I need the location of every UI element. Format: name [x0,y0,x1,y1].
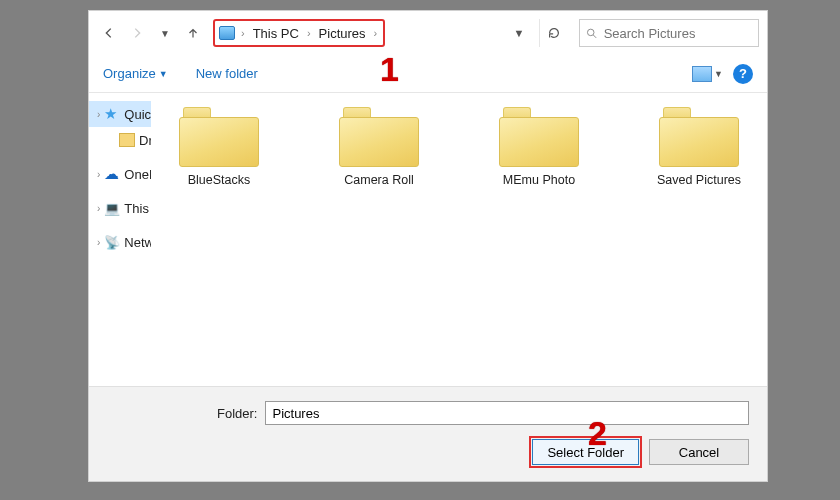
help-button[interactable]: ? [733,64,753,84]
svg-point-0 [587,29,594,36]
folder-icon [499,107,579,167]
folder-label: MEmu Photo [503,173,575,187]
folder-field-row: Folder: [107,401,749,425]
folder-icon [659,107,739,167]
sidebar-item-label: Quick access [124,107,151,122]
sidebar-item-dropbox[interactable]: Dropbox [89,127,151,153]
up-button[interactable] [181,21,205,45]
svg-line-1 [593,34,596,37]
address-bar: ▼ › This PC › Pictures › ▼ [89,11,767,55]
sidebar-item-label: OneDrive - Perso [124,167,151,182]
dialog-body: › ★ Quick access Dropbox › ☁ OneDrive - … [89,93,767,386]
toolbar: Organize ▼ New folder ▼ ? [89,55,767,93]
network-icon: 📡 [104,235,120,249]
chevron-right-icon: › [372,27,380,39]
sidebar-item-network[interactable]: › 📡 Network [89,229,151,255]
folder-label: BlueStacks [188,173,251,187]
organize-button[interactable]: Organize ▼ [103,66,168,81]
folder-label: Saved Pictures [657,173,741,187]
folder-item-saved-pictures[interactable]: Saved Pictures [639,107,759,187]
navigation-pane: › ★ Quick access Dropbox › ☁ OneDrive - … [89,93,151,386]
folder-label: Camera Roll [344,173,413,187]
folder-item-memu-photo[interactable]: MEmu Photo [479,107,599,187]
chevron-right-icon: › [305,27,313,39]
search-box[interactable] [579,19,759,47]
monitor-icon: 💻 [104,201,120,215]
folder-input[interactable] [265,401,749,425]
sidebar-item-quick-access[interactable]: › ★ Quick access [89,101,151,127]
cloud-icon: ☁ [104,167,120,181]
cancel-button[interactable]: Cancel [649,439,749,465]
sidebar-item-label: Dropbox [139,133,151,148]
back-button[interactable] [97,21,121,45]
folder-item-bluestacks[interactable]: BlueStacks [159,107,279,187]
caret-down-icon: ▼ [159,69,168,79]
view-button[interactable]: ▼ [692,66,723,82]
search-input[interactable] [604,26,752,41]
chevron-right-icon: › [97,169,100,180]
chevron-right-icon: › [239,27,247,39]
folder-icon [179,107,259,167]
forward-button[interactable] [125,21,149,45]
folder-list: BlueStacks Camera Roll MEmu Photo Saved … [151,93,767,386]
annotation-marker-1: 1 [380,50,399,89]
organize-label: Organize [103,66,156,81]
dropbox-icon [119,133,135,147]
button-row: Select Folder Cancel [107,439,749,465]
annotation-marker-2: 2 [588,414,607,453]
star-icon: ★ [104,107,120,121]
sidebar-item-onedrive[interactable]: › ☁ OneDrive - Perso [89,161,151,187]
breadcrumb-pictures[interactable]: Pictures [315,26,370,41]
sidebar-item-label: This PC [124,201,151,216]
chevron-right-icon: › [97,237,100,248]
pc-icon [219,26,235,40]
new-folder-button[interactable]: New folder [196,66,258,81]
caret-down-icon: ▼ [714,69,723,79]
view-icon [692,66,712,82]
chevron-right-icon: › [97,109,100,120]
folder-item-camera-roll[interactable]: Camera Roll [319,107,439,187]
recent-locations-button[interactable]: ▼ [153,21,177,45]
breadcrumb-this-pc[interactable]: This PC [249,26,303,41]
sidebar-item-this-pc[interactable]: › 💻 This PC [89,195,151,221]
select-folder-button[interactable]: Select Folder [532,439,639,465]
refresh-button[interactable] [539,19,567,47]
folder-field-label: Folder: [107,406,257,421]
chevron-right-icon: › [97,203,100,214]
folder-icon [339,107,419,167]
sidebar-item-label: Network [124,235,151,250]
address-dropdown-button[interactable]: ▼ [507,21,531,45]
search-icon [586,27,598,40]
dialog-footer: Folder: Select Folder Cancel [89,386,767,481]
folder-picker-dialog: ▼ › This PC › Pictures › ▼ Organize ▼ [88,10,768,482]
breadcrumb[interactable]: › This PC › Pictures › [213,19,385,47]
